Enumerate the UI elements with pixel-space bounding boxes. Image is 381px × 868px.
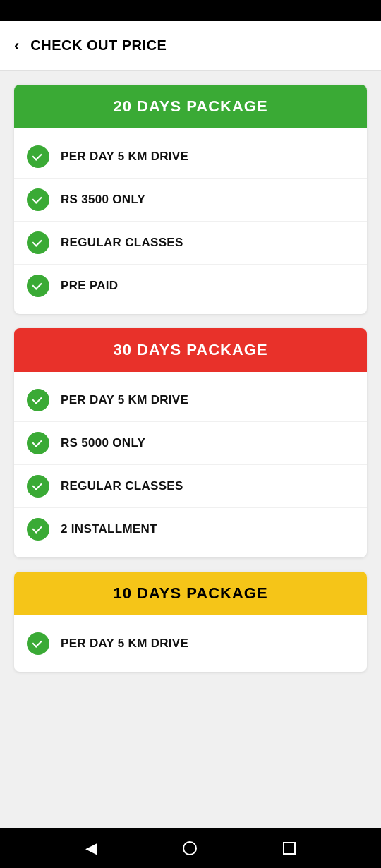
check-icon (27, 432, 49, 454)
package-features-pkg-10: PER DAY 5 KM DRIVE (14, 615, 367, 672)
package-header-text-pkg-30: 30 DAYS PACKAGE (28, 341, 353, 359)
feature-text: RS 5000 ONLY (61, 436, 145, 450)
feature-item: RS 3500 ONLY (14, 179, 367, 222)
feature-item: PER DAY 5 KM DRIVE (14, 622, 367, 665)
check-icon (27, 188, 49, 211)
package-card-pkg-20: 20 DAYS PACKAGEPER DAY 5 KM DRIVERS 3500… (14, 85, 367, 314)
feature-text: PER DAY 5 KM DRIVE (61, 150, 188, 164)
back-button[interactable]: ‹ (14, 37, 19, 55)
bottom-nav: ◀ (0, 828, 381, 868)
feature-item: REGULAR CLASSES (14, 465, 367, 508)
feature-item: RS 5000 ONLY (14, 422, 367, 465)
feature-text: RS 3500 ONLY (61, 193, 145, 207)
package-header-text-pkg-20: 20 DAYS PACKAGE (28, 97, 353, 116)
feature-text: REGULAR CLASSES (61, 236, 183, 250)
status-bar (0, 0, 381, 21)
package-card-pkg-30: 30 DAYS PACKAGEPER DAY 5 KM DRIVERS 5000… (14, 328, 367, 557)
package-features-pkg-30: PER DAY 5 KM DRIVERS 5000 ONLYREGULAR CL… (14, 372, 367, 557)
feature-text: 2 INSTALLMENT (61, 522, 157, 536)
content-area: 20 DAYS PACKAGEPER DAY 5 KM DRIVERS 3500… (0, 71, 381, 828)
check-icon (27, 518, 49, 541)
nav-home-button[interactable] (183, 841, 197, 855)
check-icon (27, 389, 49, 411)
package-features-pkg-20: PER DAY 5 KM DRIVERS 3500 ONLYREGULAR CL… (14, 128, 367, 314)
package-header-pkg-20: 20 DAYS PACKAGE (14, 85, 367, 128)
feature-text: REGULAR CLASSES (61, 479, 183, 493)
page-title: CHECK OUT PRICE (30, 37, 167, 54)
feature-item: REGULAR CLASSES (14, 222, 367, 265)
feature-text: PER DAY 5 KM DRIVE (61, 393, 188, 407)
header: ‹ CHECK OUT PRICE (0, 21, 381, 71)
feature-item: PER DAY 5 KM DRIVE (14, 135, 367, 179)
nav-back-button[interactable]: ◀ (85, 839, 97, 857)
check-icon (27, 632, 49, 655)
package-header-text-pkg-10: 10 DAYS PACKAGE (28, 584, 353, 603)
feature-item: PER DAY 5 KM DRIVE (14, 379, 367, 422)
package-header-pkg-10: 10 DAYS PACKAGE (14, 572, 367, 615)
check-icon (27, 145, 49, 168)
check-icon (27, 231, 49, 254)
feature-item: PRE PAID (14, 265, 367, 307)
check-icon (27, 275, 49, 297)
nav-recent-button[interactable] (283, 842, 296, 855)
check-icon (27, 475, 49, 498)
feature-text: PER DAY 5 KM DRIVE (61, 637, 188, 651)
feature-item: 2 INSTALLMENT (14, 508, 367, 550)
feature-text: PRE PAID (61, 279, 118, 293)
package-card-pkg-10: 10 DAYS PACKAGEPER DAY 5 KM DRIVE (14, 572, 367, 672)
package-header-pkg-30: 30 DAYS PACKAGE (14, 328, 367, 372)
